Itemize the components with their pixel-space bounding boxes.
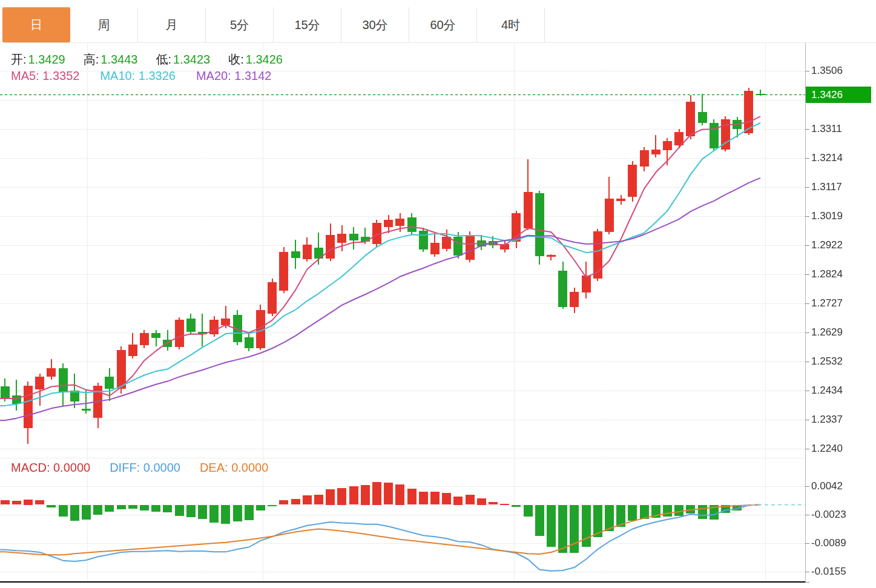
price-axis-label: 1.2727 — [811, 297, 843, 309]
tab-week[interactable]: 周 — [70, 7, 138, 42]
price-axis-label: 1.2922 — [811, 239, 843, 251]
ma-legend-item: MA10: 1.3326 — [100, 69, 176, 83]
tab-4hour[interactable]: 4时 — [477, 7, 545, 42]
price-axis-label: 1.3214 — [811, 152, 843, 164]
price-axis-label: 1.2337 — [811, 414, 843, 426]
open-readout: 开:1.3429 — [11, 51, 65, 68]
price-axis-label: 1.2824 — [811, 268, 843, 280]
tab-60min[interactable]: 60分 — [409, 7, 477, 42]
price-axis-label: 1.3311 — [811, 123, 842, 135]
price-axis-label: 1.2240 — [811, 443, 843, 455]
macd-axis-label: -0.0023 — [811, 509, 846, 521]
price-axis-label: 1.3019 — [811, 210, 843, 222]
price-axis-label: 1.2629 — [811, 326, 843, 339]
price-axis-label: 1.2434 — [811, 385, 843, 397]
low-readout: 低:1.3423 — [156, 51, 210, 68]
macd-axis-label: -0.0155 — [811, 566, 846, 578]
macd-legend-item: MACD: 0.0000 — [11, 461, 90, 475]
price-axis-label: 1.3506 — [811, 65, 843, 77]
high-readout: 高:1.3443 — [84, 51, 138, 68]
macd-legend: MACD: 0.0000DIFF: 0.0000DEA: 0.0000 — [11, 461, 268, 475]
tab-5min[interactable]: 5分 — [206, 7, 274, 42]
ohlc-legend: 开:1.3429 高:1.3443 低:1.3423 收:1.3426 — [11, 51, 283, 68]
macd-axis-label: -0.0089 — [811, 537, 846, 549]
ma-legend-item: MA20: 1.3142 — [196, 69, 272, 83]
kline-chart-canvas[interactable] — [0, 0, 876, 588]
macd-axis-label: 0.0042 — [811, 480, 843, 492]
tab-day[interactable]: 日 — [2, 7, 70, 42]
ma-legend: MA5: 1.3352MA10: 1.3326MA20: 1.3142 — [11, 69, 271, 83]
macd-legend-item: DIFF: 0.0000 — [110, 461, 180, 475]
macd-legend-item: DEA: 0.0000 — [200, 461, 268, 475]
close-readout: 收:1.3426 — [228, 51, 283, 68]
tab-30min[interactable]: 30分 — [341, 7, 409, 42]
tab-month[interactable]: 月 — [138, 7, 206, 42]
price-axis-label: 1.3117 — [811, 181, 842, 193]
tabbar-divider — [0, 42, 876, 43]
timeframe-tabbar: 日周月5分15分30分60分4时 — [2, 7, 545, 42]
ma-legend-item: MA5: 1.3352 — [11, 69, 79, 83]
tab-15min[interactable]: 15分 — [274, 7, 341, 42]
current-price-badge: 1.3426 — [806, 87, 871, 103]
price-axis-label: 1.2532 — [811, 355, 843, 368]
